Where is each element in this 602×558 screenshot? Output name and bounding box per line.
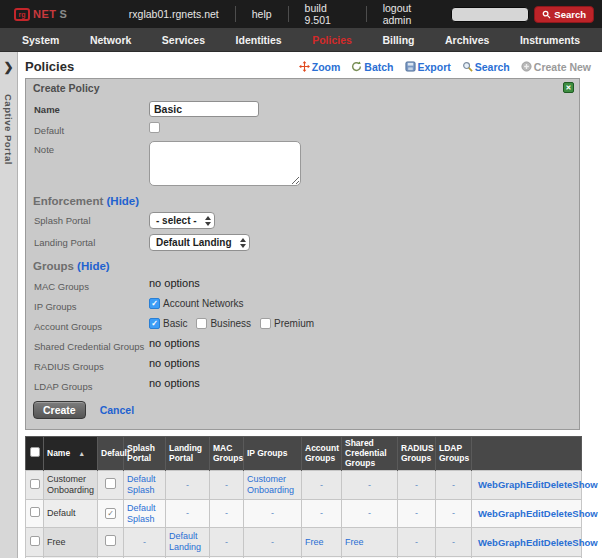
premium-checkbox[interactable] [260,318,271,329]
account-networks-checkbox[interactable] [149,298,160,309]
edit-link[interactable]: Edit [526,537,544,548]
select-all-checkbox[interactable] [30,447,40,457]
sidebar-tab-captive-portal[interactable]: Captive Portal [3,94,14,165]
zoom-button[interactable]: Zoom [299,61,341,73]
splash-portal-link[interactable]: Default Splash [127,503,156,524]
account-groups-link[interactable]: Free [305,537,324,547]
select-all-header[interactable] [26,437,44,471]
mac-groups-cell: - [210,528,244,557]
option-label: Business [210,318,251,329]
enforcement-hide-link[interactable]: (Hide) [107,195,140,207]
show-link[interactable]: Show [572,479,597,490]
landing-portal-select[interactable]: Default Landing [149,234,250,251]
nav-item-billing[interactable]: Billing [382,34,414,46]
rgnets-logo: rg NETS [14,8,67,21]
delete-link[interactable]: Delete [544,479,573,490]
business-checkbox[interactable] [196,318,207,329]
header-label: Name [47,448,70,458]
account-group-option[interactable]: Business [196,318,251,329]
radius-groups-label: RADIUS Groups [34,358,149,372]
nav-item-policies[interactable]: Policies [312,34,352,46]
web-link[interactable]: Web [478,479,498,490]
policies-table: Name▲ Default Splash Portal Landing Port… [25,436,582,558]
graph-link[interactable]: Graph [498,537,526,548]
nav-item-services[interactable]: Services [162,34,205,46]
show-link[interactable]: Show [572,508,597,519]
groups-hide-link[interactable]: (Hide) [77,260,110,272]
delete-link[interactable]: Delete [544,508,573,519]
batch-button[interactable]: Batch [351,61,393,73]
splash-portal-link[interactable]: Default Splash [127,474,156,495]
default-column-header[interactable]: Default [98,437,124,471]
note-field[interactable] [149,141,301,186]
landing-portal-link[interactable]: Default Landing [169,531,201,552]
top-bar: rg NETS rxglab01.rgnets.net help build 9… [0,0,602,28]
radius-groups-cell: - [398,499,436,528]
default-field-label: Default [34,122,149,136]
mac-groups-empty: no options [149,277,200,289]
nav-item-network[interactable]: Network [90,34,131,46]
shared-credential-groups-link[interactable]: Free [345,537,364,547]
export-button[interactable]: Export [405,61,451,73]
mac-groups-column-header[interactable]: MAC Groups [210,437,244,471]
logout-link[interactable]: logout admin [367,2,452,26]
create-new-label: Create New [534,61,591,73]
web-link[interactable]: Web [478,508,498,519]
ip-groups-column-header[interactable]: IP Groups [244,437,302,471]
search-label: Search [475,61,510,73]
ip-group-option[interactable]: Account Networks [149,298,244,309]
splash-portal-cell: - [124,528,166,557]
splash-portal-column-header[interactable]: Splash Portal [124,437,166,471]
nav-item-archives[interactable]: Archives [445,34,489,46]
create-policy-panel: Create Policy Name Default Note Enforcem [25,78,580,430]
ip-groups-cell: - [244,528,302,557]
graph-link[interactable]: Graph [498,508,526,519]
page-title: Policies [25,59,74,74]
splash-portal-select[interactable]: - select - [149,212,215,229]
web-link[interactable]: Web [478,537,498,548]
radius-groups-empty: no options [149,357,200,369]
shared-credential-groups-label: Shared Credential Groups [34,338,149,352]
zoom-label: Zoom [312,61,341,73]
create-button[interactable]: Create [33,401,86,419]
table-row[interactable]: Customer Onboarding Default Splash - - C… [26,471,582,500]
name-column-header[interactable]: Name▲ [44,437,98,471]
global-search-button[interactable]: Search [534,6,594,23]
search-toggle-button[interactable]: Search [462,61,510,73]
show-link[interactable]: Show [572,537,597,548]
name-field[interactable] [149,101,259,117]
shared-credential-groups-cell: - [342,471,398,500]
edit-link[interactable]: Edit [526,508,544,519]
row-select-checkbox[interactable] [30,507,40,517]
default-checkbox[interactable] [149,122,160,133]
sidebar-expand-icon[interactable]: ❯ [3,60,13,74]
graph-link[interactable]: Graph [498,479,526,490]
nav-item-instruments[interactable]: Instruments [520,34,580,46]
close-icon[interactable] [563,82,574,93]
row-select-checkbox[interactable] [30,479,40,489]
account-groups-cell: - [302,499,342,528]
help-link[interactable]: help [236,8,288,20]
edit-link[interactable]: Edit [526,479,544,490]
table-row[interactable]: Default Default Splash - - - - - - - Web… [26,499,582,528]
actions-column-header [472,437,582,471]
global-search-input[interactable] [451,7,529,22]
table-row[interactable]: Free - Default Landing - - Free Free - -… [26,528,582,557]
nav-item-identities[interactable]: Identities [236,34,282,46]
account-groups-column-header[interactable]: Account Groups [302,437,342,471]
delete-link[interactable]: Delete [544,537,573,548]
row-select-checkbox[interactable] [30,536,40,546]
panel-title: Create Policy [33,82,100,94]
account-group-option[interactable]: Basic [149,318,187,329]
nav-item-system[interactable]: System [22,34,59,46]
cancel-link[interactable]: Cancel [100,404,134,416]
radius-groups-column-header[interactable]: RADIUS Groups [398,437,436,471]
ldap-groups-column-header[interactable]: LDAP Groups [436,437,472,471]
create-new-button[interactable]: Create New [521,61,591,73]
account-group-option[interactable]: Premium [260,318,314,329]
option-label: Basic [163,318,187,329]
ip-groups-link[interactable]: Customer Onboarding [247,474,294,495]
landing-portal-column-header[interactable]: Landing Portal [166,437,210,471]
shared-credential-groups-column-header[interactable]: Shared Credential Groups [342,437,398,471]
basic-checkbox[interactable] [149,318,160,329]
